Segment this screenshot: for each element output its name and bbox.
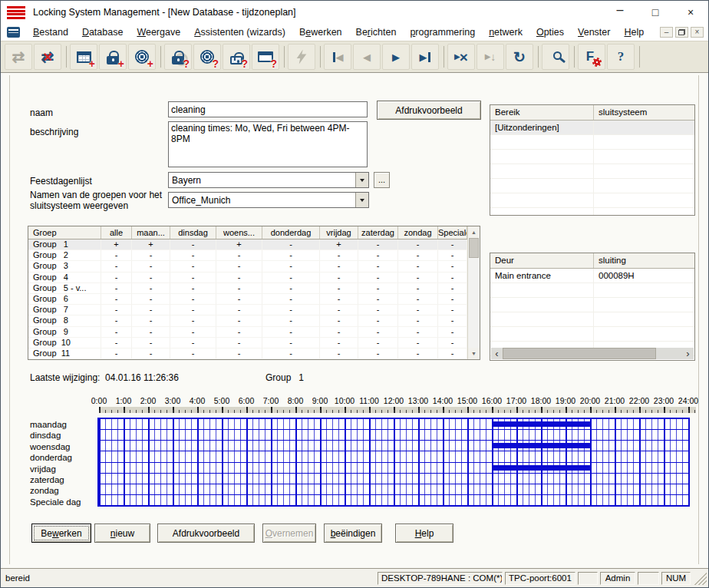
beeindigen-button[interactable]: beëindigen <box>324 524 382 543</box>
net-connect-button[interactable]: ⇄ <box>5 44 32 70</box>
timegrid-row-vrijdag[interactable] <box>99 463 688 474</box>
timegrid-row-zondag[interactable] <box>99 484 688 495</box>
time-bar[interactable] <box>492 421 590 427</box>
feestdagenlijst-combobox[interactable]: Bayern <box>168 172 369 188</box>
refresh-button[interactable]: ↻ <box>506 44 533 70</box>
menu-item-programmering[interactable]: programmering <box>403 25 482 39</box>
next-marked-button[interactable]: ▶↓ <box>477 44 504 70</box>
timegrid-row-zaterdag[interactable] <box>99 474 688 484</box>
group-table-row[interactable]: Group 4--------- <box>28 273 480 283</box>
group-table-row[interactable]: Group 3--------- <box>28 261 480 272</box>
column-header[interactable]: vrijdag <box>320 226 358 239</box>
group-table-row[interactable]: Group 10--------- <box>28 338 480 349</box>
minimize-button[interactable]: – <box>602 1 638 24</box>
new-transponder-button[interactable]: + <box>128 44 156 70</box>
hscroll-thumb[interactable] <box>503 348 656 359</box>
read-lock-button[interactable]: ? <box>164 44 192 70</box>
title-bar[interactable]: Locking System Management - [New Databas… <box>1 1 708 24</box>
sluiting-column-header[interactable]: sluiting <box>594 253 694 268</box>
column-header[interactable]: zondag <box>398 226 438 239</box>
help-button[interactable]: ? <box>607 44 635 70</box>
menu-item-opties[interactable]: Opties <box>529 25 571 39</box>
browse-button[interactable]: ... <box>374 172 390 188</box>
new-lock-button[interactable]: + <box>99 44 127 70</box>
scroll-left-button[interactable]: ‹ <box>491 348 503 359</box>
deur-horizontal-scrollbar[interactable]: ‹ › <box>491 348 694 359</box>
bewerken-button[interactable]: Bewerken <box>31 524 91 543</box>
read-transponder-button[interactable]: ? <box>193 44 221 70</box>
vscroll-thumb[interactable] <box>469 238 479 258</box>
print-preview-bottom-button[interactable]: Afdrukvoorbeeld <box>157 524 255 543</box>
net-disconnect-button[interactable]: ⇄× <box>34 44 61 70</box>
feestdagen-dropdown-button[interactable] <box>355 173 368 187</box>
child-window-icon[interactable] <box>7 27 20 38</box>
group-table-row[interactable]: Group 9--------- <box>28 327 480 338</box>
group-table-row[interactable]: Group 7--------- <box>28 305 480 315</box>
close-button[interactable]: × <box>673 1 708 24</box>
group-table-row[interactable]: Group 1++-+-+--- <box>28 239 480 250</box>
print-preview-button[interactable]: Afdrukvoorbeeld <box>377 101 481 120</box>
mdi-restore-button[interactable] <box>675 27 688 38</box>
naam-input[interactable] <box>168 101 368 117</box>
mdi-close-button[interactable]: × <box>691 27 704 38</box>
overnemen-button[interactable]: Overnemen <box>262 524 316 543</box>
column-header[interactable]: woens... <box>216 226 262 239</box>
bereik-row-uitzonderingen[interactable]: [Uitzonderingen] <box>490 121 694 135</box>
menu-item-help[interactable]: Help <box>617 25 651 39</box>
first-record-button[interactable]: ◀ <box>324 44 351 70</box>
time-bar[interactable] <box>492 443 590 448</box>
group-table-row[interactable]: Group 12--------- <box>28 359 480 360</box>
group-table[interactable]: Groep alle maan... dinsdag woens... dond… <box>28 226 480 360</box>
last-record-button[interactable]: ▶ <box>411 44 439 70</box>
groepnamen-dropdown-button[interactable] <box>355 193 368 207</box>
column-header[interactable]: donderdag <box>262 226 320 239</box>
menu-item-weergave[interactable]: Weergave <box>130 25 187 39</box>
delete-record-button[interactable]: ▶× <box>447 44 475 70</box>
timegrid-row-donderdag[interactable] <box>99 451 688 462</box>
group-table-row[interactable]: Group 8--------- <box>28 315 480 326</box>
next-record-button[interactable]: ▶ <box>382 44 410 70</box>
timegrid-row-Speciale-dag[interactable] <box>99 495 688 505</box>
menu-item-database[interactable]: Database <box>75 25 130 39</box>
nieuw-button[interactable]: nieuw <box>94 524 150 543</box>
menu-item-venster[interactable]: Venster <box>571 25 617 39</box>
group-table-row[interactable]: Group 2--------- <box>28 250 480 261</box>
program-button[interactable] <box>288 44 315 70</box>
timegrid-row-dinsdag[interactable] <box>99 430 688 441</box>
column-header[interactable]: maan... <box>132 226 170 239</box>
column-header[interactable]: zaterdag <box>358 226 398 239</box>
menu-item-berichten[interactable]: Berichten <box>349 25 404 39</box>
new-locking-system-button[interactable]: + <box>70 44 97 70</box>
timegrid-row-maandag[interactable] <box>99 419 688 430</box>
scroll-right-button[interactable]: › <box>682 348 694 359</box>
sluitsysteem-column-header[interactable]: sluitsysteem <box>594 105 694 120</box>
filter-button[interactable]: F <box>578 44 605 70</box>
column-header[interactable]: Speciale ... <box>438 226 467 239</box>
menu-item-bewerken[interactable]: Bewerken <box>292 25 349 39</box>
time-bar[interactable] <box>492 465 590 471</box>
read-network-button[interactable]: ? <box>252 44 279 70</box>
beschrijving-textarea[interactable]: cleaning times: Mo, Wed, Fri between 4PM… <box>168 121 368 167</box>
group-table-row[interactable]: Group 5 - v...--------- <box>28 283 480 294</box>
deur-table[interactable]: Deur sluiting Main entrance 000089H ‹ › <box>490 253 695 361</box>
maximize-button[interactable]: □ <box>638 1 673 24</box>
mdi-minimize-button[interactable]: – <box>660 27 673 38</box>
deur-row-main-entrance[interactable]: Main entrance 000089H <box>490 269 694 283</box>
timegrid-row-woensdag[interactable] <box>99 441 688 451</box>
group-vertical-scrollbar[interactable]: ▲ ▼ <box>467 226 480 359</box>
scroll-down-button[interactable]: ▼ <box>468 348 480 359</box>
bereik-column-header[interactable]: Bereik <box>490 105 594 120</box>
help-bottom-button[interactable]: Help <box>395 524 453 543</box>
menu-item-bestand[interactable]: Bestand <box>26 25 75 39</box>
group-table-row[interactable]: Group 11--------- <box>28 349 480 359</box>
menu-item-assistenten[interactable]: Assistenten (wizards) <box>187 25 292 39</box>
search-button[interactable] <box>542 44 569 70</box>
prev-record-button[interactable]: ◀ <box>353 44 381 70</box>
timegrid[interactable] <box>97 418 690 507</box>
groepnamen-combobox[interactable]: Office_Munich <box>168 192 369 208</box>
scroll-up-button[interactable]: ▲ <box>468 226 480 238</box>
column-header[interactable]: alle <box>101 226 132 239</box>
group-table-row[interactable]: Group 6--------- <box>28 294 480 305</box>
resize-grip[interactable] <box>694 572 707 585</box>
column-header[interactable]: Groep <box>28 226 101 239</box>
